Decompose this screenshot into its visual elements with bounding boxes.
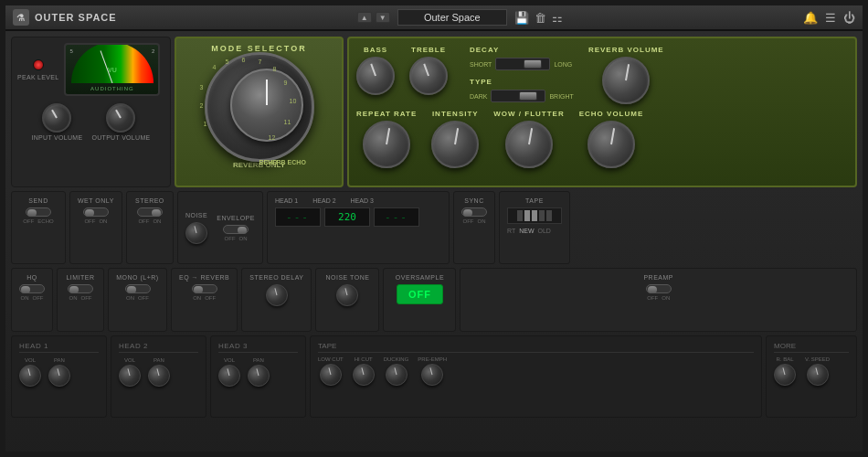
nav-down-button[interactable]: ▼ (376, 12, 390, 23)
vu-brand: AUDIOTHING (66, 86, 158, 91)
power-icon[interactable]: ⏻ (843, 11, 855, 25)
sync-on-label: ON (477, 218, 485, 224)
intensity-knob[interactable] (431, 121, 479, 168)
row3: HQ ON OFF LIMITER (11, 268, 857, 332)
reverb-volume-knob[interactable] (602, 57, 650, 104)
eq-reverb-toggle-group: ON OFF (179, 284, 229, 301)
send-toggle[interactable] (26, 207, 51, 217)
tape-label: TAPE (507, 197, 562, 204)
type-slider-thumb (519, 91, 537, 101)
head3-vol-knob[interactable] (218, 365, 240, 387)
tape-bar-4 (539, 210, 545, 221)
head1-bottom-section: HEAD 1 VOL PAN (11, 335, 107, 418)
mono-label: MONO (L+R) (116, 274, 159, 281)
wow-flutter-knob[interactable] (505, 121, 553, 168)
oversample-panel: OVERSAMPLE OFF (383, 268, 456, 332)
head-top-row: HEAD 1 HEAD 2 HEAD 3 (275, 197, 441, 204)
preset-name[interactable]: Outer Space (397, 9, 507, 26)
head1-pan-knob[interactable] (48, 365, 70, 387)
tape-old-option[interactable]: OLD (538, 228, 551, 234)
eq-reverb-thumb (194, 286, 203, 293)
pre-emph-knob[interactable] (421, 364, 443, 386)
head2-bottom-section: HEAD 2 VOL PAN (111, 335, 206, 418)
head3-pan-knob[interactable] (248, 365, 270, 387)
delete-icon[interactable]: 🗑 (535, 11, 546, 25)
top-bar-center: ▲ ▼ Outer Space 💾 🗑 ⚏ (117, 9, 803, 26)
menu-icon[interactable]: ☰ (825, 11, 836, 25)
input-volume-knob[interactable] (42, 103, 71, 133)
wet-off-label: OFF (84, 218, 95, 224)
head1-vol-label: VOL (25, 357, 36, 363)
envelope-toggle[interactable] (223, 225, 249, 234)
mono-thumb (127, 286, 136, 293)
hi-cut-group: HI CUT (353, 356, 375, 386)
save-icon[interactable]: 💾 (514, 11, 529, 25)
ducking-knob[interactable] (386, 364, 408, 386)
noise-tone-knob[interactable] (336, 284, 358, 306)
tape-rt-option[interactable]: RT (507, 228, 515, 234)
eq-reverb-toggle[interactable] (192, 284, 217, 293)
tape-new-option[interactable]: NEW (519, 228, 534, 234)
mode-selector: MODE SELECTOR 4 5 6 7 8 9 10 11 12 3 (175, 37, 344, 187)
v-speed-knob[interactable] (807, 364, 829, 386)
decay-section: DECAY SHORT LONG TYPE DARK (470, 46, 574, 102)
oversample-button[interactable]: OFF (397, 284, 443, 304)
mode-dial-knob[interactable] (230, 69, 303, 142)
hi-cut-knob[interactable] (353, 364, 375, 386)
limiter-toggle[interactable] (68, 284, 93, 293)
limiter-thumb (69, 286, 79, 293)
peak-vu-section: PEAK LEVEL 5 3 1 0 2 (17, 43, 164, 96)
vu-meter: 5 3 1 0 2 VU AUDIOTHING (64, 43, 160, 96)
stereo-panel: STEREO OFF ON (126, 191, 174, 264)
head2-pan-knob[interactable] (148, 365, 170, 387)
treble-group: TREBLE (409, 46, 448, 95)
stereo-toggle[interactable] (137, 207, 163, 217)
bass-knob[interactable] (356, 57, 395, 95)
treble-knob[interactable] (409, 57, 448, 95)
head2-vol-knob[interactable] (119, 365, 141, 387)
head1-display[interactable]: --- (275, 207, 321, 227)
app-title: OUTER SPACE (35, 12, 117, 23)
lim-off-label: OFF (81, 295, 92, 301)
bell-icon[interactable]: 🔔 (803, 11, 818, 25)
output-volume-knob[interactable] (106, 103, 135, 133)
echo-volume-knob[interactable] (587, 121, 635, 168)
envelope-labels: OFF ON (225, 236, 248, 241)
repeat-rate-knob[interactable] (363, 121, 410, 168)
low-cut-knob[interactable] (320, 364, 342, 386)
preamp-toggle[interactable] (646, 284, 672, 293)
stereo-delay-knob[interactable] (266, 284, 288, 306)
envelope-thumb (238, 227, 247, 234)
tape-bottom-label: TAPE (318, 342, 754, 353)
grid-icon[interactable]: ⚏ (552, 11, 563, 25)
type-slider[interactable] (491, 90, 545, 102)
row1: PEAK LEVEL 5 3 1 0 2 (11, 37, 857, 187)
mono-toggle-group: ON OFF (116, 284, 159, 301)
scale-12: 12 (269, 134, 276, 141)
type-slider-row: DARK BRIGHT (470, 90, 574, 102)
head2-display[interactable]: 220 (324, 207, 370, 227)
head3-dots: --- (385, 211, 408, 223)
scale-10: 10 (290, 98, 297, 104)
bright-label: BRIGHT (549, 93, 573, 100)
sync-toggle[interactable] (461, 207, 487, 217)
nav-up-button[interactable]: ▲ (357, 12, 372, 23)
mono-toggle[interactable] (125, 284, 151, 293)
preamp-label: PREAMP (643, 274, 673, 281)
decay-slider[interactable] (495, 58, 550, 70)
head3-vol-group: VOL (218, 357, 240, 387)
head-display-row: --- 220 --- (275, 207, 441, 227)
wow-flutter-label: WOW / FLUTTER (493, 110, 564, 118)
wet-only-toggle[interactable] (83, 207, 109, 217)
wet-only-toggle-group: OFF ON (78, 207, 114, 224)
head1-vol-knob[interactable] (19, 365, 41, 387)
v-speed-group: V. SPEED (805, 356, 830, 386)
pre-emph-group: PRE-EMPH (418, 356, 447, 386)
head1-pan-group: PAN (48, 357, 70, 387)
hq-toggle[interactable] (19, 284, 45, 293)
head3-display[interactable]: --- (374, 207, 419, 227)
r-bal-knob[interactable] (774, 364, 796, 386)
noise-knob[interactable] (185, 222, 207, 244)
hq-label: HQ (19, 274, 45, 281)
head1-pan-label: PAN (54, 357, 65, 363)
